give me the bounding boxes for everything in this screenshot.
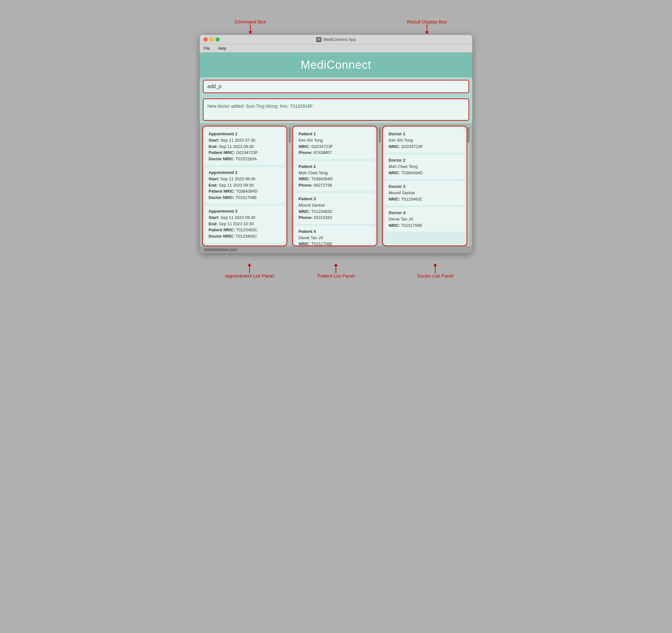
status-bar: ./data/database.json <box>200 246 472 253</box>
patient-panel-label: Patient List Panel <box>318 273 355 278</box>
appointment-panel-annotation: Appointment List Panel <box>225 263 274 278</box>
menu-file[interactable]: File <box>202 45 211 51</box>
result-display-box: New doctor added: Sum Ting Wong; Nric: T… <box>203 99 469 121</box>
appointment-1-title: Appointment 1 <box>209 131 281 136</box>
result-text: New doctor added: Sum Ting Wong; Nric: T… <box>207 104 313 109</box>
patient-panel-arrow <box>334 263 338 273</box>
patient-1-title: Patient 1 <box>298 131 371 136</box>
patient-panel-annotation: Patient List Panel <box>318 263 355 278</box>
patient-3-title: Patient 3 <box>298 197 371 201</box>
result-display-label: Result Display Box <box>407 19 447 24</box>
menu-help[interactable]: Help <box>216 45 227 51</box>
appointment-2-title: Appointment 2 <box>209 170 281 175</box>
patient-list-panel[interactable]: Patient 1 Kim Shi Tong NRIC: G0234723F P… <box>292 126 377 246</box>
patient-item-3: Patient 3 Mounil Sankar NRIC: T0123483C … <box>295 193 375 224</box>
command-box-container <box>200 77 472 96</box>
patient-item-1: Patient 1 Kim Shi Tong NRIC: G0234723F P… <box>295 128 375 159</box>
command-box-annotation: Command Box <box>235 19 266 34</box>
appointment-item-1: Appointment 1 Start: Sep 11 2023 07:30 E… <box>205 128 285 165</box>
doctor-list-panel[interactable]: Doctor 1 Kim Shi Tong NRIC: G0234723F Do… <box>382 126 467 246</box>
status-text: ./data/database.json <box>203 248 237 252</box>
patient-item-4: Patient 4 Derek Tan JX NRIC: T0151708E P… <box>295 226 375 247</box>
scrollbar-thumb-3 <box>467 127 470 143</box>
minimize-button[interactable] <box>210 37 214 42</box>
doctor-1-title: Doctor 1 <box>389 131 461 136</box>
scrollbar-3[interactable] <box>467 126 470 246</box>
scrollbar-2[interactable] <box>379 126 381 246</box>
patient-4-title: Patient 4 <box>298 229 371 234</box>
doctor-item-2: Doctor 2 Mah Chee Teng NRIC: T0384394D <box>385 155 465 179</box>
app-header: MediConnect <box>200 53 472 77</box>
appointment-panel-label: Appointment List Panel <box>225 273 274 278</box>
patient-item-2: Patient 2 Mah Chee Teng NRIC: T0384394D … <box>295 161 375 192</box>
app-title: MediConnect <box>206 58 466 72</box>
scrollbar-thumb-1 <box>289 127 291 143</box>
doctor-panel-label: Doctor List Panel <box>417 273 453 278</box>
doctor-item-1: Doctor 1 Kim Shi Tong NRIC: G0234723F <box>385 128 465 153</box>
appointment-list-panel[interactable]: Appointment 1 Start: Sep 11 2023 07:30 E… <box>202 126 287 246</box>
doctor-item-3: Doctor 3 Mounil Sankar NRIC: T0123483C <box>385 181 465 205</box>
scrollbar-thumb-2 <box>379 127 381 143</box>
doctor-panel-arrow <box>433 263 437 273</box>
menu-bar: File Help <box>200 44 472 53</box>
bottom-annotations: Appointment List Panel Patient List Pane… <box>200 253 472 278</box>
command-input[interactable] <box>203 80 469 93</box>
appointment-3-title: Appointment 3 <box>209 209 281 213</box>
appointment-panel-arrow <box>247 263 251 273</box>
doctor-3-title: Doctor 3 <box>389 184 461 189</box>
doctor-panel-annotation: Doctor List Panel <box>417 263 453 278</box>
maximize-button[interactable] <box>216 37 220 42</box>
result-display-arrow <box>425 24 429 34</box>
title-bar: M MediConnect App <box>200 35 472 44</box>
doctor-item-4: Doctor 4 Derek Tan JX NRIC: T0151708E <box>385 207 465 232</box>
app-window: M MediConnect App File Help MediConnect … <box>200 35 472 253</box>
appointment-item-4: Appointment 4 Start: Sep 11 2023 10:30 E… <box>205 244 285 246</box>
traffic-lights <box>203 37 220 42</box>
command-box-arrow <box>248 24 252 34</box>
window-title: M MediConnect App <box>316 37 356 42</box>
app-icon: M <box>316 37 321 42</box>
appointment-item-3: Appointment 3 Start: Sep 11 2023 09:30 E… <box>205 206 285 243</box>
command-box-label: Command Box <box>235 19 266 24</box>
doctor-4-title: Doctor 4 <box>389 210 461 215</box>
close-button[interactable] <box>203 37 208 42</box>
panels-area: Appointment 1 Start: Sep 11 2023 07:30 E… <box>200 123 472 246</box>
patient-2-title: Patient 2 <box>298 164 371 169</box>
appointment-item-2: Appointment 2 Start: Sep 11 2023 08:30 E… <box>205 167 285 204</box>
doctor-2-title: Doctor 2 <box>389 158 461 162</box>
result-display-annotation: Result Display Box <box>407 19 447 34</box>
result-display-container: New doctor added: Sum Ting Wong; Nric: T… <box>200 96 472 123</box>
scrollbar-1[interactable] <box>288 126 291 246</box>
